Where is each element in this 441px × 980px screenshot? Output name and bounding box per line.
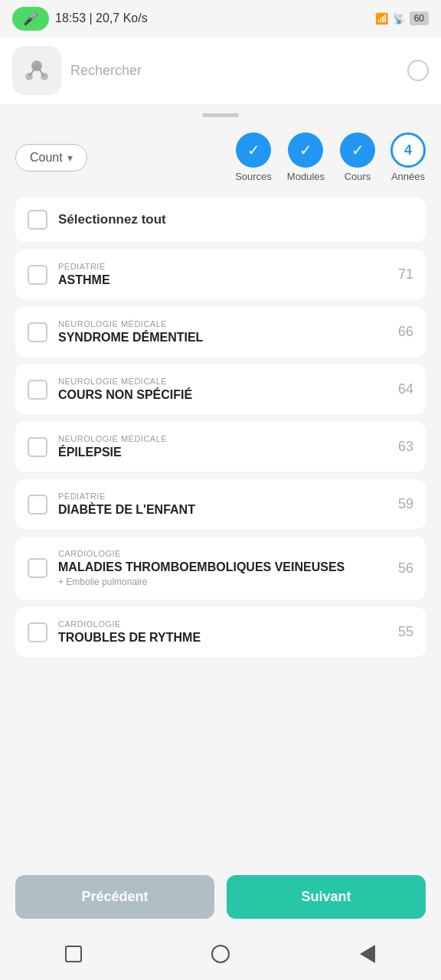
item-category: CARDIOLOGIE	[58, 619, 387, 629]
list-item[interactable]: NEUROLOGIE MÉDICALE COURS NON SPÉCIFIÉ 6…	[15, 364, 426, 414]
item-checkbox[interactable]	[28, 622, 47, 642]
nav-home-button[interactable]	[204, 937, 237, 971]
item-checkbox[interactable]	[28, 558, 47, 578]
prev-button[interactable]: Précédent	[15, 875, 214, 919]
signal-icon: 📶	[375, 12, 388, 24]
list-item[interactable]: NEUROLOGIE MÉDICALE SYNDROME DÉMENTIEL 6…	[15, 307, 426, 357]
item-checkbox[interactable]	[28, 437, 47, 457]
item-count: 64	[398, 381, 413, 397]
square-icon	[65, 946, 82, 962]
nav-square-button[interactable]	[57, 937, 90, 971]
search-input-wrap[interactable]: Rechercher	[70, 60, 429, 81]
sources-label: Sources	[235, 171, 272, 182]
select-all-checkbox[interactable]	[28, 210, 47, 230]
list-item[interactable]: CARDIOLOGIE TROUBLES DE RYTHME 55	[15, 607, 426, 657]
list-item[interactable]: PÉDIATRIE DIABÈTE DE L'ENFANT 59	[15, 479, 426, 529]
search-icon[interactable]	[407, 60, 429, 81]
nav-bar	[0, 934, 441, 980]
drag-handle	[0, 104, 441, 120]
select-all-label: Sélectionnez tout	[58, 212, 166, 227]
bottom-bar: Précédent Suivant	[0, 863, 441, 934]
item-checkbox[interactable]	[28, 380, 47, 400]
list-item[interactable]: NEUROLOGIE MÉDICALE ÉPILEPSIE 63	[15, 422, 426, 472]
item-title: DIABÈTE DE L'ENFANT	[58, 503, 387, 517]
modules-label: Modules	[287, 171, 325, 182]
item-title: ÉPILEPSIE	[58, 446, 387, 459]
item-title: SYNDROME DÉMENTIEL	[58, 331, 387, 345]
select-all-item[interactable]: Sélectionnez tout	[15, 198, 426, 242]
annees-label: Années	[391, 171, 425, 182]
app-logo	[12, 46, 61, 95]
item-title: MALADIES THROMBOEMBOLIQUES VEINEUSES	[58, 560, 387, 574]
filter-row: Count ▾ ✓ Sources ✓ Modules ✓ Cours 4 An…	[0, 120, 441, 188]
status-left: 🎤 18:53 | 20,7 Ko/s	[12, 7, 148, 31]
item-count: 63	[398, 439, 413, 455]
sources-check-icon: ✓	[236, 132, 271, 168]
list-item[interactable]: PÉDIATRIE ASTHME 71	[15, 250, 426, 299]
battery-indicator: 60	[410, 11, 429, 25]
search-placeholder: Rechercher	[70, 63, 142, 79]
next-button[interactable]: Suivant	[227, 875, 426, 919]
item-title: COURS NON SPÉCIFIÉ	[58, 388, 387, 402]
tab-cours[interactable]: ✓ Cours	[340, 132, 375, 182]
tab-modules[interactable]: ✓ Modules	[287, 132, 325, 182]
tab-sources[interactable]: ✓ Sources	[235, 132, 272, 182]
wifi-icon: 📡	[393, 13, 405, 24]
status-right: 📶 📡 60	[375, 11, 429, 25]
item-category: NEUROLOGIE MÉDICALE	[58, 319, 387, 328]
item-category: CARDIOLOGIE	[58, 549, 387, 558]
item-count: 55	[398, 624, 413, 640]
annees-number-badge: 4	[390, 132, 426, 168]
tab-annees[interactable]: 4 Années	[390, 132, 426, 182]
item-category: PÉDIATRIE	[58, 262, 387, 271]
item-checkbox[interactable]	[28, 322, 47, 342]
logo-svg	[21, 55, 52, 86]
item-content: PÉDIATRIE DIABÈTE DE L'ENFANT	[58, 492, 387, 517]
item-subtitle: + Embolie pulmonaire	[58, 577, 387, 587]
mic-icon: 🎤	[23, 11, 38, 26]
list-item[interactable]: CARDIOLOGIE MALADIES THROMBOEMBOLIQUES V…	[15, 537, 426, 599]
drag-bar	[202, 113, 239, 117]
item-count: 56	[398, 560, 413, 577]
item-count: 71	[398, 266, 413, 283]
item-checkbox[interactable]	[28, 495, 47, 514]
item-category: NEUROLOGIE MÉDICALE	[58, 434, 387, 443]
item-title: ASTHME	[58, 273, 387, 287]
circle-icon	[211, 945, 230, 963]
count-label: Count	[30, 151, 63, 165]
item-content: NEUROLOGIE MÉDICALE ÉPILEPSIE	[58, 434, 387, 459]
item-title: TROUBLES DE RYTHME	[58, 631, 387, 645]
item-count: 66	[398, 324, 413, 340]
item-count: 59	[398, 496, 413, 512]
item-category: NEUROLOGIE MÉDICALE	[58, 377, 387, 386]
nav-back-button[interactable]	[351, 937, 384, 971]
status-bar: 🎤 18:53 | 20,7 Ko/s 📶 📡 60	[0, 0, 441, 37]
status-time: 18:53 | 20,7 Ko/s	[55, 11, 148, 25]
search-area: Rechercher	[0, 37, 441, 104]
chevron-down-icon: ▾	[67, 152, 73, 164]
modules-check-icon: ✓	[288, 132, 323, 168]
filter-tabs: ✓ Sources ✓ Modules ✓ Cours 4 Années	[100, 132, 426, 182]
item-content: CARDIOLOGIE TROUBLES DE RYTHME	[58, 619, 387, 645]
item-checkbox[interactable]	[28, 265, 47, 285]
item-category: PÉDIATRIE	[58, 492, 387, 501]
cours-label: Cours	[345, 171, 371, 182]
cours-check-icon: ✓	[340, 132, 375, 168]
item-content: NEUROLOGIE MÉDICALE SYNDROME DÉMENTIEL	[58, 319, 387, 345]
count-dropdown[interactable]: Count ▾	[15, 144, 87, 172]
item-content: PÉDIATRIE ASTHME	[58, 262, 387, 287]
item-content: NEUROLOGIE MÉDICALE COURS NON SPÉCIFIÉ	[58, 377, 387, 402]
mic-pill: 🎤	[12, 7, 49, 31]
main-content: Sélectionnez tout PÉDIATRIE ASTHME 71 NE…	[0, 188, 441, 863]
item-content: CARDIOLOGIE MALADIES THROMBOEMBOLIQUES V…	[58, 549, 387, 587]
back-arrow-icon	[360, 945, 375, 963]
